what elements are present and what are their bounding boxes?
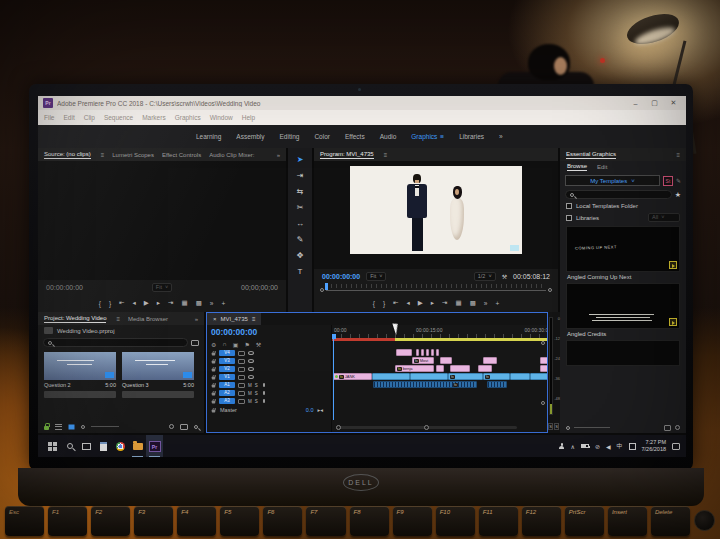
template-search-input[interactable] [565, 190, 672, 199]
tab-project-wedding-video[interactable]: Project: Wedding Video [44, 315, 106, 323]
master-gain-value[interactable]: 0.0 [306, 407, 314, 413]
sort-icon[interactable] [169, 424, 174, 429]
timeline-clip[interactable]: fx [448, 373, 483, 380]
track-output-eye-icon[interactable] [248, 351, 254, 355]
mute-button[interactable]: M [248, 383, 252, 388]
track-target-button[interactable]: V2 [219, 366, 235, 372]
track-lock-icon[interactable] [212, 361, 216, 364]
mark-in-button[interactable]: { [99, 300, 101, 307]
sequence-settings-icon[interactable]: ⚙ [211, 341, 216, 348]
project-item[interactable]: Question 2 5:00 [44, 352, 116, 388]
add-marker-icon[interactable]: ⚑ [244, 341, 249, 348]
extract-button[interactable]: ▩ [470, 299, 476, 307]
timeline-tracks-area[interactable]: 00:00 00:00:15:00 00:00:30:00 [331, 325, 547, 432]
project-search-input[interactable] [43, 338, 188, 347]
thumbnail-zoom-slider[interactable] [574, 427, 610, 428]
hidden-icons-chevron[interactable]: ∧ [570, 443, 574, 450]
timeline-clip[interactable] [540, 357, 547, 364]
timeline-settings-wrench-icon[interactable]: ⚒ [256, 341, 261, 348]
add-button[interactable]: + [221, 300, 225, 307]
zoom-slider[interactable] [91, 426, 119, 427]
mark-in-button[interactable]: { [373, 300, 375, 307]
zoom-slider-handle[interactable] [81, 425, 85, 429]
menu-graphics[interactable]: Graphics [175, 114, 201, 121]
step-forward-button[interactable]: ▸ [157, 299, 160, 307]
timeline-timecode[interactable]: 00:00:00:00 [211, 325, 331, 339]
timeline-clip[interactable] [410, 373, 448, 380]
workspace-color[interactable]: Color [314, 133, 330, 140]
snap-magnet-icon[interactable]: ∩ [222, 341, 226, 347]
program-settings-wrench-icon[interactable]: ⚒ [502, 273, 507, 280]
solo-button[interactable]: S [255, 391, 258, 396]
step-back-button[interactable]: ◂ [133, 299, 136, 307]
my-templates-dropdown[interactable]: My Templates ˅ [565, 175, 660, 186]
program-fit-dropdown[interactable]: Fit ˅ [366, 272, 386, 281]
timeline-clip[interactable]: fx Movi [412, 357, 434, 364]
track-lock-icon[interactable] [212, 401, 216, 404]
menu-file[interactable]: File [44, 114, 54, 121]
timeline-clip[interactable] [540, 365, 547, 372]
template-card-partial[interactable] [560, 338, 686, 366]
track-target-button[interactable]: V1 [219, 374, 235, 380]
close-sequence-icon[interactable]: × [213, 316, 217, 322]
timeline-clip[interactable] [426, 349, 429, 356]
tab-overflow-icon[interactable]: » [195, 316, 198, 322]
go-to-in-button[interactable]: ⇤ [119, 299, 124, 307]
favorites-star-icon[interactable]: ★ [675, 191, 681, 199]
sync-lock-icon[interactable] [238, 351, 245, 356]
selection-tool-icon[interactable]: ➤ [297, 155, 304, 164]
timeline-clip[interactable]: fx [483, 373, 510, 380]
touch-keyboard-icon[interactable] [629, 443, 636, 450]
timeline-clip[interactable] [478, 365, 492, 372]
menu-window[interactable]: Window [210, 114, 233, 121]
panel-menu-icon[interactable]: ≡ [101, 152, 105, 158]
lift-button[interactable]: ▦ [456, 299, 462, 307]
step-back-button[interactable]: ◂ [407, 299, 410, 307]
volume-icon[interactable]: ◀ [606, 443, 611, 450]
bin-folder-icon[interactable] [191, 340, 199, 346]
timeline-clip[interactable] [436, 349, 439, 356]
taskbar-search-button[interactable] [61, 435, 78, 457]
solo-right-button[interactable]: S [554, 423, 559, 430]
track-lock-icon[interactable] [212, 377, 216, 380]
tab-media-browser[interactable]: Media Browser [128, 316, 168, 322]
scrubber-right-handle[interactable] [548, 288, 552, 292]
timeline-clip[interactable]: fx JANK [333, 373, 372, 380]
type-tool-icon[interactable]: T [298, 267, 303, 276]
track-lock-icon[interactable] [212, 353, 216, 356]
vertical-scroll-handle[interactable] [541, 341, 545, 345]
icon-view-icon[interactable] [68, 424, 75, 430]
taskbar-clock[interactable]: 7:27 PM 7/26/2018 [642, 439, 666, 453]
sync-lock-icon[interactable] [238, 391, 245, 396]
workspace-graphics-active[interactable]: Graphics ≡ [411, 133, 444, 140]
network-icon[interactable]: ⊘ [595, 443, 600, 450]
track-target-button[interactable]: A3 [219, 398, 235, 404]
project-writable-icon[interactable] [44, 426, 49, 430]
workspace-audio[interactable]: Audio [380, 133, 397, 140]
new-bin-icon[interactable] [180, 424, 188, 430]
timeline-clip[interactable] [431, 349, 434, 356]
sequence-tab[interactable]: × MVI_4735 ≡ [207, 313, 261, 325]
sync-lock-icon[interactable] [238, 359, 245, 364]
solo-button[interactable]: S [255, 399, 258, 404]
step-forward-button[interactable]: ▸ [431, 299, 434, 307]
tab-source[interactable]: Source: (no clips) [44, 151, 91, 159]
pen-tool-icon[interactable]: ✎ [297, 235, 304, 244]
track-target-button[interactable]: V3 [219, 358, 235, 364]
track-lock-icon[interactable] [212, 369, 216, 372]
find-icon[interactable] [194, 425, 198, 429]
track-select-forward-tool-icon[interactable]: ⇥ [297, 171, 304, 180]
transport-overflow[interactable]: » [210, 300, 214, 307]
workspace-libraries[interactable]: Libraries [459, 133, 484, 140]
tab-lumetri-scopes[interactable]: Lumetri Scopes [112, 152, 154, 158]
insert-button[interactable]: ▦ [182, 299, 188, 307]
workspace-overflow[interactable]: » [499, 133, 503, 140]
ripple-edit-tool-icon[interactable]: ⇆ [297, 187, 304, 196]
settings-gear-icon[interactable] [675, 425, 680, 430]
go-to-in-button[interactable]: ⇤ [393, 299, 398, 307]
timeline-clip[interactable] [440, 357, 452, 364]
menu-markers[interactable]: Markers [142, 114, 165, 121]
tab-audio-clip-mixer[interactable]: Audio Clip Mixer: [209, 152, 254, 158]
sync-lock-icon[interactable] [238, 367, 245, 372]
timeline-ruler[interactable]: 00:00 00:00:15:00 00:00:30:00 [332, 325, 547, 338]
